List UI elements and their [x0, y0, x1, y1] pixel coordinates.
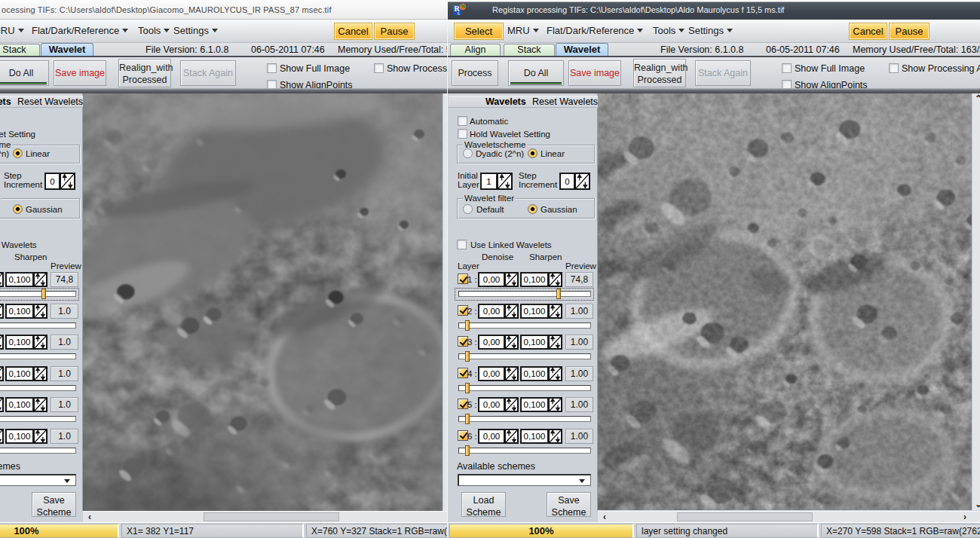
svg-text:s: s [458, 10, 460, 17]
